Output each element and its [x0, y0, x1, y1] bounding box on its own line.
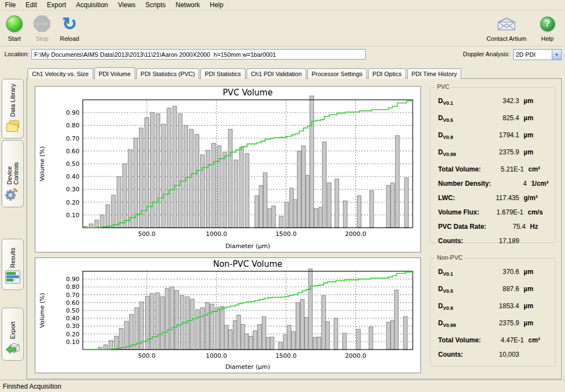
- sidebar-item-device-controls[interactable]: Device Controls: [2, 140, 24, 207]
- svg-text:0.80: 0.80: [66, 122, 80, 129]
- sidebar-item-export[interactable]: Export: [2, 308, 24, 361]
- sidebar-device-controls-label: Device Controls: [6, 145, 19, 185]
- doppler-analysis-label: Doppler Analysis:: [463, 51, 510, 57]
- menu-views[interactable]: Views: [113, 1, 141, 9]
- start-label: Start: [8, 35, 20, 42]
- svg-text:1000.0: 1000.0: [206, 352, 227, 359]
- sidebar-data-library-label: Data Library: [9, 84, 16, 117]
- svg-text:0.90: 0.90: [66, 276, 80, 283]
- svg-text:PVC Volume: PVC Volume: [223, 88, 273, 98]
- bar-chart-icon: [5, 270, 20, 286]
- svg-text:0.30: 0.30: [66, 186, 80, 193]
- svg-text:0.40: 0.40: [66, 173, 80, 180]
- svg-text:Volume (%): Volume (%): [39, 146, 46, 181]
- folders-icon: [5, 119, 20, 134]
- menu-network[interactable]: Network: [170, 1, 205, 9]
- stat-row-dv09: DV0.9 1853.4µm: [438, 302, 548, 311]
- svg-text:500.0: 500.0: [138, 230, 156, 238]
- svg-text:Diameter (µm): Diameter (µm): [225, 363, 270, 370]
- start-button[interactable]: Start: [4, 13, 24, 42]
- menu-export[interactable]: Export: [42, 1, 71, 9]
- chevron-down-icon[interactable]: ▼: [552, 50, 561, 60]
- envelope-icon: [497, 17, 516, 31]
- contact-artium-label: Contact Artium: [487, 35, 526, 42]
- stat-row-dv09: DV0.9 1794.1µm: [438, 131, 548, 140]
- sidebar-item-results[interactable]: Results: [2, 239, 24, 290]
- help-label: Help: [541, 35, 554, 42]
- tab-pdi-statistics-pvc[interactable]: PDI Statistics (PVC): [136, 68, 199, 79]
- location-input[interactable]: [31, 49, 366, 60]
- reload-label: Reload: [60, 35, 79, 42]
- svg-text:0.10: 0.10: [66, 339, 80, 346]
- nonpvc-stats-groupbox: Non-PVC DV0.1 370.6µm DV0.5 887.6µm DV0.…: [430, 258, 556, 367]
- stat-row-dv05: DV0.5 887.6µm: [438, 285, 548, 294]
- menu-edit[interactable]: Edit: [20, 1, 42, 9]
- stat-row-total-volume: Total Volume: 5.21E-1cm³: [438, 165, 548, 173]
- status-text: Finished Acquisition: [0, 383, 61, 390]
- reload-icon: ↻: [62, 15, 77, 32]
- tab-pdi-optics[interactable]: PDI Optics: [368, 68, 406, 79]
- menu-scripts[interactable]: Scripts: [141, 1, 171, 9]
- svg-text:0.30: 0.30: [66, 323, 80, 330]
- pvc-stats-groupbox: PVC DV0.1 342.3µm DV0.5 825.4µm DV0.9 17…: [430, 87, 556, 243]
- svg-text:0.80: 0.80: [66, 283, 80, 291]
- stat-row-number-density: Number Density: 41/cm³: [438, 180, 548, 187]
- stop-button: STOP Stop: [32, 13, 52, 42]
- doppler-analysis-value: 2D PDI: [514, 51, 552, 58]
- stop-label: Stop: [36, 35, 49, 42]
- svg-text:0.60: 0.60: [66, 299, 80, 307]
- start-icon: [6, 15, 23, 32]
- stat-row-dv099: DV0.99 2375.9µm: [438, 319, 548, 328]
- svg-text:0.50: 0.50: [66, 160, 80, 168]
- menu-file[interactable]: File: [0, 1, 20, 9]
- pvc-volume-chart-panel: 0.100.200.300.400.500.600.700.800.90500.…: [35, 86, 421, 253]
- main-area: Data Library Device Controls: [0, 63, 565, 380]
- stat-row-dv05: DV0.5 825.4µm: [438, 114, 548, 123]
- tab-pdi-volume[interactable]: PDI Volume: [94, 67, 135, 79]
- svg-text:0.60: 0.60: [66, 148, 80, 155]
- nonpvc-group-title: Non-PVC: [435, 254, 465, 261]
- svg-text:1500.0: 1500.0: [275, 352, 297, 359]
- doppler-analysis-dropdown[interactable]: 2D PDI ▼: [513, 49, 562, 60]
- svg-text:Volume (%): Volume (%): [39, 293, 46, 327]
- svg-text:0.40: 0.40: [66, 315, 80, 322]
- tab-strip: Ch1 Velocity vs. Size PDI Volume PDI Sta…: [28, 67, 462, 79]
- tab-pdi-statistics[interactable]: PDI Statistics: [200, 68, 245, 79]
- svg-text:1000.0: 1000.0: [206, 230, 227, 238]
- svg-text:0.10: 0.10: [66, 212, 80, 219]
- svg-text:2000.0: 2000.0: [345, 230, 366, 238]
- tab-ch1-velocity-vs-size[interactable]: Ch1 Velocity vs. Size: [28, 68, 93, 79]
- location-label: Location:: [4, 51, 29, 57]
- menu-acquisition[interactable]: Acquisition: [71, 1, 113, 9]
- svg-text:500.0: 500.0: [138, 352, 156, 359]
- tab-processor-settings[interactable]: Processor Settings: [307, 68, 367, 79]
- nonpvc-volume-chart-panel: 0.100.200.300.400.500.600.700.800.90500.…: [35, 257, 421, 373]
- tab-ch1-pdi-validation[interactable]: Ch1 PDI Validation: [247, 68, 306, 79]
- svg-text:0.70: 0.70: [66, 292, 80, 299]
- stat-row-volume-flux: Volume Flux: 1.679E-1cm/s: [438, 208, 548, 216]
- sidebar-item-data-library[interactable]: Data Library: [2, 79, 24, 138]
- tab-pdi-time-history[interactable]: PDI Time History: [407, 68, 462, 79]
- nonpvc-volume-chart: 0.100.200.300.400.500.600.700.800.90500.…: [35, 258, 420, 373]
- stat-row-dv01: DV0.1 342.3µm: [438, 97, 548, 106]
- help-icon: ?: [540, 17, 555, 31]
- stat-row-counts: Counts: 10,003: [438, 351, 548, 358]
- pvc-group-title: PVC: [435, 83, 452, 90]
- reload-button[interactable]: ↻ Reload: [60, 13, 79, 42]
- svg-text:1500.0: 1500.0: [275, 230, 297, 238]
- stat-row-dv099: DV0.99 2375.9µm: [438, 148, 548, 157]
- svg-text:2000.0: 2000.0: [345, 352, 366, 359]
- svg-text:0.50: 0.50: [66, 307, 80, 314]
- stat-row-counts: Counts: 17,189: [438, 237, 548, 245]
- svg-text:Diameter (µm): Diameter (µm): [225, 243, 270, 250]
- gears-icon: [5, 187, 20, 203]
- help-button[interactable]: ? Help: [537, 13, 557, 42]
- svg-text:Non-PVC Volume: Non-PVC Volume: [213, 259, 282, 269]
- svg-text:0.90: 0.90: [66, 109, 80, 116]
- contact-artium-button[interactable]: Contact Artium: [487, 13, 526, 42]
- pvc-volume-chart: 0.100.200.300.400.500.600.700.800.90500.…: [35, 87, 420, 252]
- toolbar: Start STOP Stop ↻ Reload Contact Artium: [0, 11, 565, 46]
- menu-help[interactable]: Help: [205, 1, 228, 9]
- sidebar-results-label: Results: [9, 244, 16, 268]
- svg-text:0.70: 0.70: [66, 135, 80, 142]
